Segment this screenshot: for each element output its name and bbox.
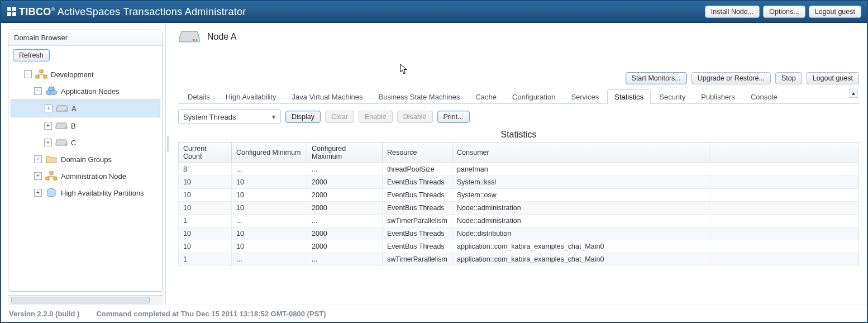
table-row[interactable]: 1......swTimerParallelismNode::administr… [179, 215, 859, 227]
tree-node-b[interactable]: + B [11, 117, 160, 134]
stop-button[interactable]: Stop [775, 72, 802, 84]
print-button[interactable]: Print... [437, 111, 470, 123]
logout-guest-button[interactable]: Logout guest [807, 72, 859, 84]
tab-statistics[interactable]: Statistics [607, 89, 651, 104]
tree-node-admin-node[interactable]: + Administration Node [11, 168, 160, 184]
table-row[interactable]: 1......swTimerParallelismapplication::co… [179, 253, 859, 266]
tab-scroll-up-icon[interactable]: ▲ [849, 89, 858, 98]
expander-icon[interactable]: + [45, 104, 53, 112]
table-cell: application::com_kabira_examples_chat_Ma… [452, 240, 709, 253]
status-message: Command completed at Thu Dec 15 2011 13:… [96, 310, 326, 318]
expander-icon[interactable]: + [34, 155, 42, 163]
table-cell [709, 240, 859, 253]
horizontal-scrollbar[interactable] [8, 295, 163, 305]
table-cell: EventBus Threads [383, 202, 452, 215]
status-bar: Version 2.2.0 (build ) Command completed… [1, 305, 867, 322]
table-cell: 8 [179, 163, 232, 176]
network-icon [35, 69, 47, 79]
drive-icon [56, 104, 68, 112]
svg-point-21 [195, 39, 197, 41]
expander-icon[interactable]: + [44, 139, 52, 146]
statistics-table: Current Count Configured Minimum Configu… [178, 142, 859, 266]
tab-security[interactable]: Security [652, 89, 693, 104]
install-node-button[interactable]: Install Node... [705, 6, 760, 18]
options-button[interactable]: Options... [763, 6, 805, 18]
tab-jvm[interactable]: Java Virtual Machines [285, 89, 370, 104]
svg-point-14 [65, 144, 66, 145]
table-row[interactable]: 10102000EventBus ThreadsSystem::kssl [179, 176, 859, 189]
table-cell [709, 215, 859, 227]
table-cell: EventBus Threads [383, 227, 452, 240]
refresh-button[interactable]: Refresh [13, 49, 50, 61]
tab-publishers[interactable]: Publishers [694, 89, 742, 104]
drive-icon [178, 30, 201, 44]
tab-details[interactable]: Details [180, 89, 217, 104]
svg-point-12 [65, 110, 66, 111]
svg-rect-4 [40, 70, 43, 73]
network-icon [45, 171, 58, 181]
tab-services[interactable]: Services [564, 89, 606, 104]
table-cell: Node::distribution [452, 227, 709, 240]
tree-node-development[interactable]: − Development [11, 66, 160, 83]
table-row[interactable]: 8......threadPoolSizepanetman [179, 163, 859, 176]
version-label: Version 2.2.0 (build ) [9, 310, 79, 318]
col-current-count[interactable]: Current Count [179, 142, 232, 163]
col-resource[interactable]: Resource [383, 142, 452, 163]
statistics-type-combo[interactable]: System Threads ▼ [178, 110, 281, 124]
disable-button[interactable]: Disable [397, 111, 433, 123]
table-row[interactable]: 10102000EventBus ThreadsSystem::osw [179, 189, 859, 202]
table-row[interactable]: 10102000EventBus ThreadsNode::administra… [179, 202, 859, 215]
database-icon [45, 188, 58, 198]
expander-icon[interactable]: + [34, 172, 42, 180]
logout-button[interactable]: Logout guest [809, 6, 861, 18]
scrollbar-thumb[interactable] [11, 297, 150, 303]
tree-node-ha-partitions[interactable]: + High Availability Partitions [11, 184, 160, 201]
main-content: Node A Start Monitors... Upgrade or Rest… [170, 23, 867, 305]
tab-high-availability[interactable]: High Availability [218, 89, 284, 104]
table-cell: 10 [232, 202, 307, 215]
tree-node-domain-groups[interactable]: + Domain Groups [11, 151, 160, 168]
tab-console[interactable]: Console [743, 89, 785, 104]
table-cell: application::com_kabira_examples_chat_Ma… [452, 253, 709, 266]
upgrade-restore-button[interactable]: Upgrade or Restore... [691, 72, 771, 84]
table-cell: ... [307, 163, 383, 176]
enable-button[interactable]: Enable [359, 111, 393, 123]
col-consumer[interactable]: Consumer [452, 142, 709, 163]
svg-rect-8 [44, 75, 47, 78]
table-cell [709, 163, 859, 176]
split-handle[interactable] [166, 23, 170, 305]
brand-text: TIBCO® ActiveSpaces Transactions Adminis… [19, 6, 246, 18]
tab-cache[interactable]: Cache [468, 89, 504, 104]
expander-icon[interactable]: + [34, 189, 42, 197]
tab-business-state-machines[interactable]: Business State Machines [371, 89, 468, 104]
expander-icon[interactable]: − [34, 87, 42, 95]
table-row[interactable]: 10102000EventBus Threadsapplication::com… [179, 240, 859, 253]
table-row[interactable]: 10102000EventBus ThreadsNode::distributi… [179, 227, 859, 240]
table-cell: EventBus Threads [383, 240, 452, 253]
tree-node-application-nodes[interactable]: − Application Nodes [11, 83, 160, 99]
tab-configuration[interactable]: Configuration [505, 89, 562, 104]
statistics-toolbar: System Threads ▼ Display Clear Enable Di… [178, 110, 859, 124]
expander-icon[interactable]: + [44, 122, 52, 130]
start-monitors-button[interactable]: Start Monitors... [626, 72, 687, 84]
tree-node-c[interactable]: + C [11, 134, 160, 151]
table-cell: swTimerParallelism [383, 253, 452, 266]
domain-tree[interactable]: − Development − Application Nodes [8, 65, 163, 291]
tree-node-a[interactable]: + A [11, 99, 160, 117]
page-title: Node A [207, 32, 236, 42]
table-cell: 10 [232, 176, 307, 189]
col-configured-min[interactable]: Configured Minimum [232, 142, 307, 163]
expander-icon[interactable]: − [24, 70, 32, 78]
table-cell: 10 [232, 227, 307, 240]
table-cell: threadPoolSize [383, 163, 452, 176]
tab-bar: Details High Availability Java Virtual M… [178, 89, 859, 104]
table-cell: ... [232, 163, 307, 176]
table-cell [709, 202, 859, 215]
table-cell: ... [232, 253, 307, 266]
display-button[interactable]: Display [285, 111, 321, 123]
clear-button[interactable]: Clear [325, 111, 354, 123]
chevron-down-icon: ▼ [269, 114, 278, 120]
table-cell: System::osw [452, 189, 709, 202]
col-configured-max[interactable]: Configured Maximum [307, 142, 383, 163]
table-cell: 2000 [307, 240, 383, 253]
